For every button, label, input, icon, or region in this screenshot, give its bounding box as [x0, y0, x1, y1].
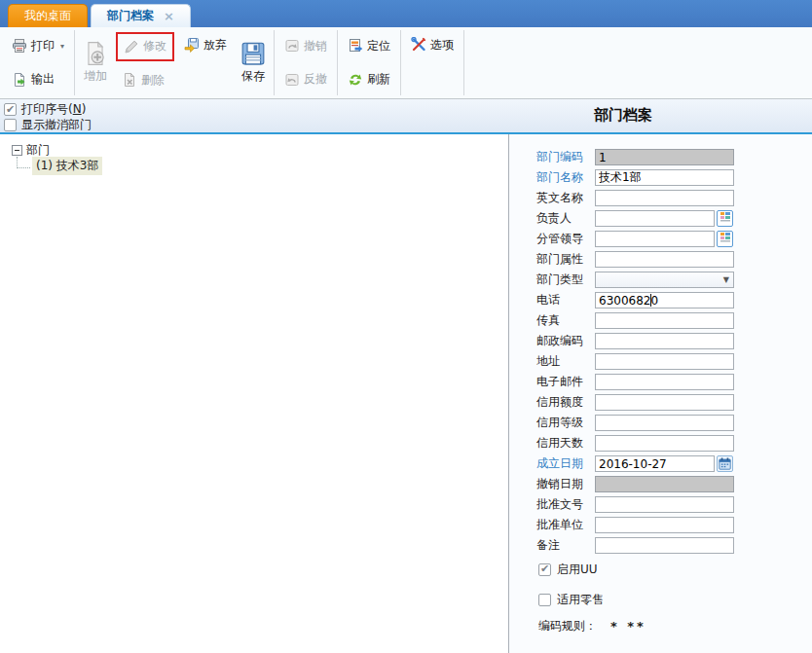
options-group: 选项	[403, 27, 461, 98]
delete-label: 删除	[141, 72, 165, 89]
phone-input[interactable]	[595, 292, 734, 308]
print-button[interactable]: 打印 ▾	[6, 30, 70, 61]
calendar-icon[interactable]	[717, 455, 733, 472]
form-row: 分管领导	[509, 229, 812, 249]
form-row: 信用天数	[509, 433, 812, 453]
options-label: 选项	[430, 37, 454, 54]
refresh-arrows-icon	[348, 72, 363, 88]
approval-org-input[interactable]	[595, 517, 734, 533]
redo-label: 反撤	[304, 71, 327, 88]
save-label: 保存	[241, 68, 265, 85]
print-group: 打印 ▾ 输出	[4, 27, 72, 98]
tab-department-archive[interactable]: 部门档案 ×	[91, 4, 191, 27]
fax-input[interactable]	[595, 312, 734, 329]
header-band: 打印序号(N) 显示撤消部门 部门档案	[0, 99, 812, 134]
manager-input[interactable]	[595, 210, 715, 227]
form-row: 英文名称	[509, 188, 812, 208]
form-row: 成立日期	[509, 453, 812, 474]
enable-uu-checkbox-row[interactable]: 启用UU	[509, 561, 812, 578]
field-label: 电话	[536, 292, 595, 308]
print-seq-label: 打印序号(N)	[21, 101, 86, 118]
show-revoked-checkbox-row[interactable]: 显示撤消部门	[4, 118, 92, 132]
output-button[interactable]: 输出	[6, 64, 70, 95]
collapse-icon[interactable]	[12, 145, 22, 156]
field-label: 备注	[536, 537, 595, 554]
redo-icon	[284, 72, 300, 88]
pencil-icon	[124, 39, 139, 54]
checkbox-checked-icon[interactable]	[538, 563, 551, 576]
tab-my-desktop[interactable]: 我的桌面	[8, 4, 88, 27]
field-label: 邮政编码	[536, 333, 595, 349]
document-plus-icon	[83, 41, 108, 66]
form-row: 地址	[509, 351, 812, 372]
tree-node-row[interactable]: (1) 技术3部	[17, 158, 508, 175]
email-input[interactable]	[595, 374, 734, 390]
form-row: 部门编码	[509, 147, 812, 167]
options-button[interactable]: 选项	[405, 29, 460, 60]
undo-label: 撤销	[304, 38, 327, 54]
abandon-group: 放弃	[176, 27, 235, 98]
form-row: 部门类型 ▼	[509, 270, 812, 290]
chevron-down-icon[interactable]: ▾	[60, 42, 64, 51]
coding-rule-label: 编码规则：	[538, 618, 597, 635]
refresh-label: 刷新	[367, 71, 390, 88]
credit-days-input[interactable]	[595, 435, 734, 452]
field-label: 分管领导	[536, 231, 595, 247]
checkbox-checked-icon[interactable]	[4, 103, 17, 116]
modify-label: 修改	[143, 38, 166, 54]
content-area: 部门 (1) 技术3部 部门编码 部门名称 英文名称 负责人	[0, 134, 812, 653]
form-row: 批准单位	[509, 515, 812, 535]
refresh-button[interactable]: 刷新	[342, 64, 396, 95]
field-label: 部门名称	[536, 169, 595, 186]
checkbox-unchecked-icon[interactable]	[538, 594, 551, 606]
print-label: 打印	[31, 38, 55, 54]
output-label: 输出	[31, 71, 55, 88]
field-label: 电子邮件	[536, 374, 595, 390]
form-row: 电子邮件	[509, 372, 812, 392]
remark-input[interactable]	[595, 537, 734, 554]
tab-label: 我的桌面	[24, 8, 71, 24]
dept-attr-input[interactable]	[595, 251, 734, 268]
leader-input[interactable]	[595, 231, 715, 247]
retail-checkbox-row[interactable]: 适用零售	[509, 591, 812, 608]
form-row: 备注	[509, 535, 812, 556]
revoke-date-input	[595, 476, 734, 492]
modify-delete-group: 修改 删除	[114, 27, 176, 98]
address-input[interactable]	[595, 353, 734, 370]
undo-button: 撤销	[278, 30, 333, 61]
close-icon[interactable]: ×	[164, 9, 174, 23]
abandon-button[interactable]: 放弃	[178, 29, 233, 60]
dept-name-input[interactable]	[595, 169, 734, 186]
manager-lookup-button[interactable]	[717, 210, 733, 227]
tree-root-label[interactable]: 部门	[26, 142, 50, 159]
founded-date-input[interactable]	[595, 455, 715, 472]
department-form: 部门编码 部门名称 英文名称 负责人 分管领导	[509, 134, 812, 653]
form-row: 部门名称	[509, 167, 812, 188]
field-label: 撤销日期	[536, 476, 595, 492]
dept-code-input	[595, 149, 734, 165]
zip-code-input[interactable]	[595, 333, 734, 349]
view-options: 打印序号(N) 显示撤消部门	[4, 102, 92, 132]
english-name-input[interactable]	[595, 190, 734, 206]
field-label: 负责人	[536, 210, 595, 227]
coding-rule-value: * **	[610, 619, 646, 634]
credit-grade-input[interactable]	[595, 415, 734, 431]
text-caret	[650, 294, 651, 307]
retail-label: 适用零售	[557, 592, 604, 608]
dept-type-select[interactable]: ▼	[595, 272, 734, 288]
tools-icon	[411, 37, 426, 53]
leader-lookup-button[interactable]	[717, 231, 733, 247]
redo-button: 反撤	[278, 64, 333, 95]
save-button[interactable]: 保存	[235, 27, 272, 98]
locate-button[interactable]: 定位	[342, 30, 396, 61]
approval-no-input[interactable]	[595, 496, 734, 513]
checkbox-unchecked-icon[interactable]	[4, 119, 17, 131]
form-row: 信用额度	[509, 392, 812, 413]
tree-root-row[interactable]: 部门	[12, 142, 508, 158]
credit-limit-input[interactable]	[595, 394, 734, 411]
tree-node-selected[interactable]: (1) 技术3部	[32, 157, 102, 175]
toolbar-separator	[337, 30, 338, 95]
field-label: 成立日期	[536, 455, 595, 472]
print-seq-checkbox-row[interactable]: 打印序号(N)	[4, 102, 92, 117]
export-icon	[12, 72, 27, 88]
